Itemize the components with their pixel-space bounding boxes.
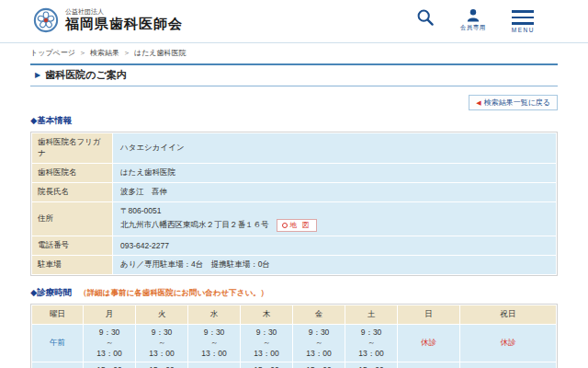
site-logo[interactable]: 公益社団法人 福岡県歯科医師会 — [33, 7, 183, 33]
row-value: はたえ歯科医院 — [113, 164, 557, 183]
schedule-row: 午後15：00～19：0015：00～19：00休診15：00～19：0015：… — [32, 362, 557, 368]
schedule-row-label: 午前 — [32, 325, 84, 362]
schedule-note: （詳細は事前に各歯科医院にお問い合わせ下さい。） — [79, 288, 268, 297]
row-value: 〒806-0051北九州市八幡西区東鳴水２丁目２番１６号地 図 — [113, 202, 557, 236]
breadcrumb: トップページ＞検索結果＞はたえ歯科医院 — [30, 48, 558, 58]
table-row: 院長氏名波多江 喜伸 — [32, 183, 557, 202]
table-row: 歯科医院名フリガナハタエシカイイン — [32, 133, 557, 164]
time-from: 9：30 — [84, 328, 135, 338]
search-button[interactable] — [416, 8, 435, 27]
address-text: 北九州市八幡西区東鳴水２丁目２番１６号 — [120, 220, 269, 231]
breadcrumb-item-current: はたえ歯科医院 — [134, 49, 187, 57]
time-tilde: ～ — [293, 338, 345, 348]
time-to: 13：00 — [293, 349, 345, 359]
basic-info-table: 歯科医院名フリガナハタエシカイイン歯科医院名はたえ歯科医院院長氏名波多江 喜伸住… — [31, 132, 557, 275]
breadcrumb-separator: ＞ — [123, 49, 130, 57]
time-from: 9：30 — [293, 328, 345, 338]
time-to: 13：00 — [345, 349, 397, 359]
table-row: 住所〒806-0051北九州市八幡西区東鳴水２丁目２番１６号地 図 — [32, 202, 557, 236]
schedule-column-header: 金 — [293, 305, 345, 325]
person-icon — [466, 8, 481, 22]
row-value: あり／専用駐車場：4台 提携駐車場：0台 — [113, 256, 557, 275]
page-title: 歯科医院のご案内 — [45, 69, 127, 80]
schedule-cell: 休診 — [460, 325, 557, 362]
title-marker-icon: ▶ — [35, 71, 40, 79]
member-area-button[interactable]: 会員専用 — [460, 8, 486, 32]
page-title-bar: ▶歯科医院のご案内 — [30, 63, 558, 86]
map-button-label: 地 図 — [290, 221, 311, 230]
row-label: 住所 — [32, 202, 113, 236]
schedule-column-header: 木 — [241, 305, 293, 325]
time-tilde: ～ — [136, 338, 187, 348]
time-to: 13：00 — [136, 349, 187, 359]
closed-label: 休診 — [421, 338, 436, 347]
member-area-label: 会員専用 — [460, 24, 486, 32]
closed-label: 休診 — [501, 338, 516, 347]
schedule-cell: 15：00～17：00 — [345, 362, 398, 368]
schedule-cell: 9：30～13：00 — [136, 325, 188, 362]
time-tilde: ～ — [241, 338, 292, 348]
time-to: 13：00 — [241, 349, 292, 359]
schedule-column-header: 曜日 — [32, 305, 84, 325]
time-tilde: ～ — [188, 338, 240, 348]
time-from: 9：30 — [188, 328, 240, 338]
schedule-column-header: 土 — [345, 305, 398, 325]
menu-label: MENU — [512, 27, 535, 33]
schedule-row-label: 午後 — [32, 362, 84, 368]
time-to: 13：00 — [188, 349, 240, 359]
schedule-column-header: 水 — [188, 305, 241, 325]
row-value: 波多江 喜伸 — [113, 183, 557, 202]
schedule-cell: 15：00～19：00 — [293, 362, 345, 368]
row-label: 歯科医院名 — [32, 164, 113, 183]
row-label: 電話番号 — [32, 236, 113, 256]
schedule-cell: 休診 — [460, 362, 557, 368]
schedule-row: 午前9：30～13：009：30～13：009：30～13：009：30～13：… — [32, 325, 557, 362]
schedule-column-header: 祝日 — [460, 305, 557, 325]
schedule-column-header: 火 — [136, 305, 188, 325]
association-emblem-icon — [33, 7, 59, 33]
schedule-cell: 休診 — [398, 362, 460, 368]
search-icon — [416, 8, 435, 27]
row-value: ハタエシカイイン — [113, 133, 557, 164]
time-to: 13：00 — [84, 349, 135, 359]
back-to-results-button[interactable]: ◀検索結果一覧に戻る — [469, 95, 558, 110]
basic-info-heading: ◆基本情報 — [30, 115, 558, 127]
time-tilde: ～ — [345, 338, 397, 348]
map-button[interactable]: 地 図 — [277, 219, 317, 232]
row-label: 院長氏名 — [32, 183, 113, 202]
table-row: 歯科医院名はたえ歯科医院 — [32, 164, 557, 183]
table-row: 電話番号093-642-2277 — [32, 236, 557, 256]
hamburger-menu-icon — [512, 8, 534, 25]
address-line: 北九州市八幡西区東鳴水２丁目２番１６号地 図 — [120, 219, 548, 232]
schedule-cell: 9：30～13：00 — [188, 325, 241, 362]
schedule-cell: 休診 — [398, 325, 460, 362]
site-header: 公益社団法人 福岡県歯科医師会 会員専用 MENU — [0, 0, 588, 43]
schedule-column-header: 日 — [398, 305, 460, 325]
breadcrumb-item-top[interactable]: トップページ — [30, 49, 75, 57]
postal-code: 〒806-0051 — [120, 206, 548, 217]
schedule-cell: 休診 — [188, 362, 241, 368]
time-from: 9：30 — [345, 328, 397, 338]
schedule-cell: 15：00～19：00 — [241, 362, 293, 368]
schedule-cell: 15：00～19：00 — [136, 362, 188, 368]
org-name: 福岡県歯科医師会 — [65, 16, 183, 32]
row-label: 駐車場 — [32, 256, 113, 275]
org-type-label: 公益社団法人 — [65, 8, 183, 16]
row-value: 093-642-2277 — [113, 236, 557, 256]
schedule-cell: 9：30～13：00 — [241, 325, 293, 362]
schedule-cell: 9：30～13：00 — [345, 325, 398, 362]
schedule-cell: 9：30～13：00 — [84, 325, 136, 362]
time-from: 9：30 — [136, 328, 187, 338]
row-label: 歯科医院名フリガナ — [32, 133, 113, 164]
schedule-heading: ◆診療時間（詳細は事前に各歯科医院にお問い合わせ下さい。） — [30, 287, 558, 299]
schedule-column-header: 月 — [84, 305, 136, 325]
breadcrumb-item-results[interactable]: 検索結果 — [90, 49, 119, 57]
back-button-label: 検索結果一覧に戻る — [484, 98, 550, 107]
time-tilde: ～ — [84, 338, 135, 348]
back-arrow-icon: ◀ — [476, 99, 481, 106]
breadcrumb-separator: ＞ — [79, 49, 86, 57]
schedule-cell: 9：30～13：00 — [293, 325, 345, 362]
menu-button[interactable]: MENU — [512, 8, 535, 33]
map-marker-icon — [282, 223, 288, 228]
schedule-cell: 15：00～19：00 — [84, 362, 136, 368]
